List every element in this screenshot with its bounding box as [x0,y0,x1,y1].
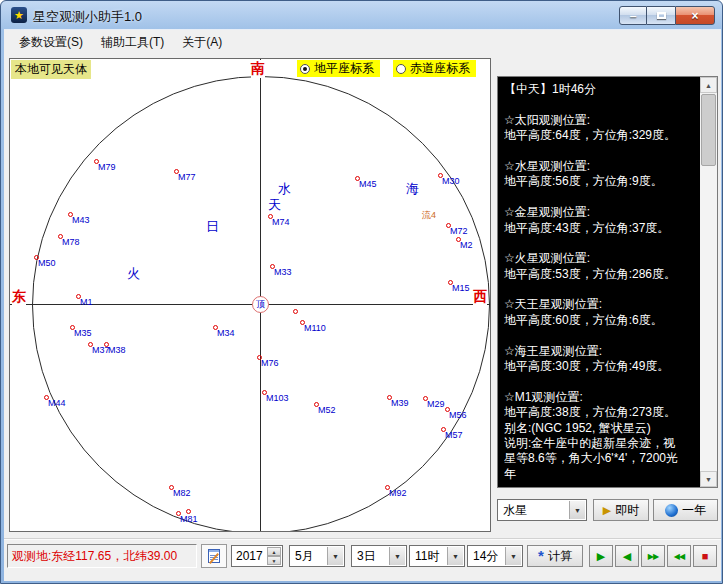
radio-equatorial-coords[interactable]: 赤道座标系 [393,60,476,77]
object-label: M92 [389,488,407,498]
calculate-button[interactable]: * 计算 [527,545,583,567]
object-label: 流4 [422,209,436,222]
info-line: ☆水星观测位置: [504,159,697,174]
radio-horizontal-coords[interactable]: 地平座标系 [297,60,380,77]
globe-icon [665,504,678,517]
reverse-button[interactable]: ◀ [615,545,639,567]
scroll-up-icon[interactable]: ▲ [700,77,717,93]
window-title: 星空观测小助手1.0 [33,8,142,26]
app-icon: ★ [11,7,27,23]
dropdown-icon[interactable]: ▼ [569,501,585,519]
info-line [504,374,697,389]
zenith-marker: 顶 [252,296,269,313]
object-label: M56 [449,410,467,420]
object-label: 日 [206,219,219,234]
info-line: 说明:金牛座中的超新星余迹，视 [504,436,697,451]
info-panel: 【中天】1时46分 ☆太阳观测位置:地平高度:64度，方位角:329度。 ☆水星… [497,76,718,488]
object-marker-icon [293,309,298,314]
maximize-button[interactable] [647,6,675,25]
month-select[interactable]: 5月 ▼ [289,545,345,567]
info-line: 地平高度:38度，方位角:273度。 [504,405,697,420]
info-line: 地平高度:56度，方位角:9度。 [504,174,697,189]
info-line: 年 [504,467,697,482]
info-line: ☆M1观测位置: [504,390,697,405]
minute-value: 14分 [473,548,498,565]
year-spinner[interactable]: 2017 ▲ ▼ [231,545,283,567]
info-line: ☆天王星观测位置: [504,297,697,312]
object-label: M74 [272,217,290,227]
spin-up-icon[interactable]: ▲ [267,547,281,556]
object-label: M2 [460,240,473,250]
menu-item-about[interactable]: 关于(A) [173,30,231,55]
minimize-button[interactable]: – [619,6,647,25]
info-line: 地平高度:30度，方位角:49度。 [504,359,697,374]
object-label: M39 [391,398,409,408]
radio-on-icon [300,64,310,74]
scroll-down-icon[interactable]: ▼ [700,471,717,487]
object-label: 天 [268,197,281,212]
object-label: M79 [98,162,116,172]
minute-select[interactable]: 14分 ▼ [467,545,523,567]
direction-west: 西 [473,288,487,306]
direction-south: 南 [251,60,265,78]
object-label: 火 [127,266,140,281]
play-button[interactable]: ▶ [589,545,613,567]
info-text: 【中天】1时46分 ☆太阳观测位置:地平高度:64度，方位角:329度。 ☆水星… [504,82,697,483]
dropdown-icon[interactable]: ▼ [327,547,343,565]
vertical-axis [260,59,261,531]
info-line: ☆火星观测位置: [504,251,697,266]
observer-location: 观测地:东经117.65，北纬39.00 [7,544,197,568]
gear-icon: * [538,551,544,561]
star-chart: 南 东 西 本地可见天体 地平座标系 赤道座标系 顶 M79M77M45M30水… [9,58,491,532]
planet-select[interactable]: 水星 ▼ [497,499,587,521]
close-button[interactable]: × [675,6,715,25]
fast-forward-button[interactable]: ▶▶ [641,545,665,567]
menu-item-tools[interactable]: 辅助工具(T) [92,30,173,55]
info-line: 地平高度:60度，方位角:6度。 [504,313,697,328]
dropdown-icon[interactable]: ▼ [447,547,463,565]
radio-off-icon [396,64,406,74]
scrollbar-thumb[interactable] [701,94,716,166]
info-line: 星等8.6等，角大小6'*4'，7200光 [504,451,697,466]
object-label: M57 [445,430,463,440]
year-value: 2017 [236,549,263,563]
one-year-button-label: 一年 [682,502,706,519]
object-label: M110 [304,323,326,333]
planet-label: 海 [406,179,419,198]
titlebar: ★ 星空观测小助手1.0 – × [1,1,723,29]
object-label: M1 [80,297,93,307]
info-line [504,282,697,297]
object-label: M45 [359,179,377,189]
object-label: M35 [74,328,92,338]
caption-buttons: – × [619,6,715,25]
planet-select-value: 水星 [503,502,527,519]
object-label: 海 [406,181,419,196]
hour-select[interactable]: 11时 ▼ [409,545,465,567]
dropdown-icon[interactable]: ▼ [389,547,405,565]
hour-value: 11时 [415,548,439,565]
dropdown-icon[interactable]: ▼ [505,547,521,565]
object-label: M72 [450,226,468,236]
stop-button[interactable]: ■ [693,545,717,567]
radio-equatorial-label: 赤道座标系 [410,60,470,77]
object-label: M52 [318,405,336,415]
spin-down-icon[interactable]: ▼ [267,556,281,565]
object-label: M34 [217,328,235,338]
menubar: 参数设置(S)辅助工具(T)关于(A) [4,30,721,55]
day-select[interactable]: 3日 ▼ [351,545,407,567]
info-scrollbar[interactable]: ▲ ▼ [700,77,717,487]
object-label: M81 [180,514,198,524]
planet-label: 火 [127,264,140,283]
info-line: 地平高度:43度，方位角:37度。 [504,221,697,236]
instant-button[interactable]: ▶ 即时 [593,499,649,521]
rewind-button[interactable]: ◀◀ [667,545,691,567]
month-value: 5月 [295,548,314,565]
edit-location-button[interactable] [201,544,227,568]
info-line: 别名:(NGC 1952, 蟹状星云) [504,421,697,436]
info-line [504,144,697,159]
object-label: M33 [274,267,292,277]
info-line: 地平高度:64度，方位角:329度。 [504,128,697,143]
menu-item-settings[interactable]: 参数设置(S) [10,30,92,55]
chart-legend: 本地可见天体 [11,60,91,79]
one-year-button[interactable]: 一年 [653,499,718,521]
